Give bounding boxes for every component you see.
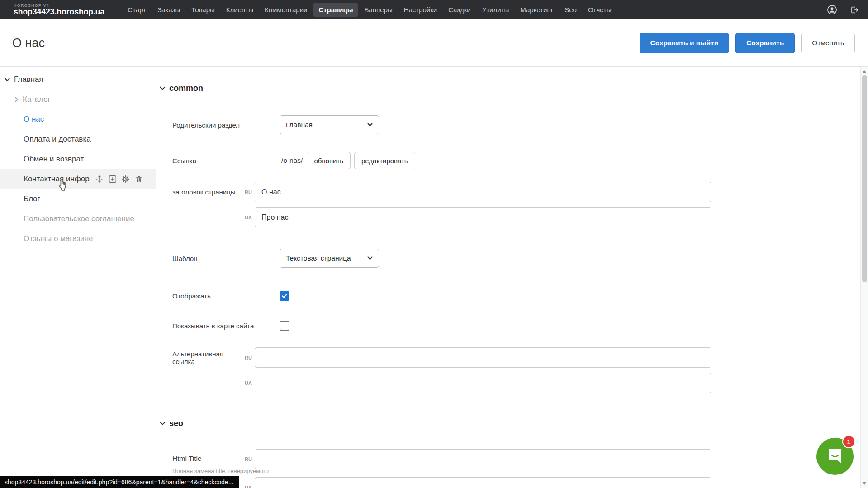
sidebar-item-9[interactable]: Отзывы о магазине [0,229,156,249]
page-title-ua-row: UA [172,207,711,227]
link-edit-button[interactable]: редактировать [354,152,415,169]
html-title-ru-row: Html Title Полная замена title, генериру… [172,449,711,469]
cancel-button[interactable]: Отменить [801,33,855,53]
sidebar-item-label: Обмен и возврат [24,155,84,164]
parent-section-label: Родительский раздел [172,121,280,129]
sidebar-item-8[interactable]: Пользовательское соглашение [0,209,156,229]
sidebar-item-label: Отзывы о магазине [24,234,93,243]
html-title-labelcell: Html Title Полная замена title, генериру… [172,449,255,469]
chat-bubble-icon [824,445,846,468]
sidebar-item-1[interactable]: Главная [0,70,156,90]
nav-item-7[interactable]: Баннеры [359,3,397,17]
top-navigation-bar: HOROSHOP V4 shop34423.horoshop.ua СтартЗ… [0,0,868,19]
pages-tree-sidebar: ГлавнаяКаталогО насОплата и доставкаОбме… [0,67,156,488]
chevron-down-icon[interactable] [5,78,10,81]
html-title-ua-input[interactable] [255,477,711,488]
save-button[interactable]: Сохранить [735,33,795,53]
html-title-label: Html Title [172,455,202,463]
template-value: Текстовая страница [286,254,351,262]
lang-badge-ua: UA [245,485,252,488]
parent-section-value: Главная [286,121,313,129]
nav-item-5[interactable]: Комментарии [260,3,312,17]
page-header: О нас Сохранить и выйти Сохранить Отмени… [0,19,868,67]
page-title-label: заголовок страницы RU [172,188,255,196]
scrollbar-thumb[interactable] [862,75,867,282]
section-seo-header[interactable]: seo [160,419,183,428]
sidebar-item-label: Контактная инфор [24,175,90,184]
parent-section-row: Родительский раздел Главная [172,115,379,134]
chevron-down-icon [160,86,166,90]
nav-item-6[interactable]: Страницы [313,3,358,17]
sidebar-item-5[interactable]: Обмен и возврат [0,149,156,169]
nav-item-12[interactable]: Seo [560,3,582,17]
save-and-exit-button[interactable]: Сохранить и выйти [640,33,730,53]
sidebar-item-label: Пользовательское соглашение [24,214,134,223]
chat-launcher-button[interactable]: 1 [816,438,854,475]
header-actions: Сохранить и выйти Сохранить Отменить [640,33,855,53]
nav-item-2[interactable]: Заказы [152,3,185,17]
nav-item-1[interactable]: Старт [123,3,151,17]
sitemap-row: Показывать в карте сайта [172,320,289,331]
parent-section-select[interactable]: Главная [280,115,379,134]
lang-badge-ru: RU [245,190,252,195]
lang-badge-ru: RU [245,355,252,360]
template-row: Шаблон Текстовая страница [172,249,379,268]
nav-item-4[interactable]: Клиенты [221,3,258,17]
link-path-value: /o-nas/ [280,156,303,165]
sidebar-tree: ГлавнаяКаталогО насОплата и доставкаОбме… [0,70,156,249]
section-common-header[interactable]: common [160,84,203,93]
link-refresh-button[interactable]: обновить [307,152,351,169]
account-icon[interactable] [826,5,837,15]
sidebar-item-6[interactable]: Контактная инфор [0,169,156,189]
drag-move-icon[interactable] [95,175,104,183]
nav-item-10[interactable]: Утилиты [477,3,514,17]
settings-icon[interactable] [122,175,130,183]
nav-right-icons [826,5,860,15]
alt-link-ru-row: Альтернативная ссылка RU [172,347,711,368]
alt-link-ua-input[interactable] [255,373,711,393]
chevron-down-icon [367,123,373,127]
sidebar-item-7[interactable]: Блог [0,189,156,209]
nav-item-3[interactable]: Товары [186,3,220,17]
nav-item-9[interactable]: Скидки [443,3,475,17]
sitemap-checkbox[interactable] [280,321,289,331]
shop-logo: HOROSHOP V4 shop34423.horoshop.ua [14,4,104,16]
chevron-down-icon [367,256,373,260]
html-title-ua-row: UA [172,477,711,488]
page-title-ru-row: заголовок страницы RU [172,182,711,202]
link-label: Ссылка [172,157,280,165]
nav-item-13[interactable]: Отчеты [583,3,617,17]
sitemap-label: Показывать в карте сайта [172,322,280,330]
html-title-hint: Полная замена title, генерируемого [172,468,269,474]
logo-domain-label: shop34423.horoshop.ua [14,8,104,16]
nav-item-11[interactable]: Маркетинг [515,3,558,17]
nav-menu: СтартЗаказыТоварыКлиентыКомментарииСтран… [123,3,616,17]
sidebar-row-actions [95,175,143,183]
link-row: Ссылка /o-nas/ обновить редактировать [172,152,415,169]
sidebar-item-4[interactable]: Оплата и доставка [0,129,156,149]
page-title-ua-input[interactable] [255,207,711,227]
section-seo-title: seo [169,419,183,428]
display-row: Отображать [172,290,289,301]
alt-link-ua-row: UA [172,373,711,393]
vertical-scrollbar[interactable] [860,67,868,488]
page-edit-o-nas: HOROSHOP V4 shop34423.horoshop.ua СтартЗ… [0,0,868,488]
alt-link-ru-input[interactable] [255,347,711,368]
scroll-up-arrow-icon[interactable] [863,70,866,73]
sidebar-item-2[interactable]: Каталог [0,90,156,109]
nav-item-8[interactable]: Настройки [399,3,442,17]
delete-icon[interactable] [135,175,143,183]
display-label: Отображать [172,292,280,300]
chevron-down-icon [160,422,166,426]
chat-unread-badge: 1 [842,435,855,448]
chevron-right-icon[interactable] [15,97,19,102]
page-title-ru-input[interactable] [255,182,711,202]
add-icon[interactable] [109,175,117,183]
html-title-ru-input[interactable] [255,449,711,469]
display-checkbox[interactable] [280,291,289,301]
scroll-down-arrow-icon[interactable] [863,482,866,485]
template-select[interactable]: Текстовая страница [280,249,379,268]
lang-badge-ua: UA [245,380,252,386]
sidebar-item-3[interactable]: О нас [0,109,156,129]
logout-icon[interactable] [849,5,860,15]
